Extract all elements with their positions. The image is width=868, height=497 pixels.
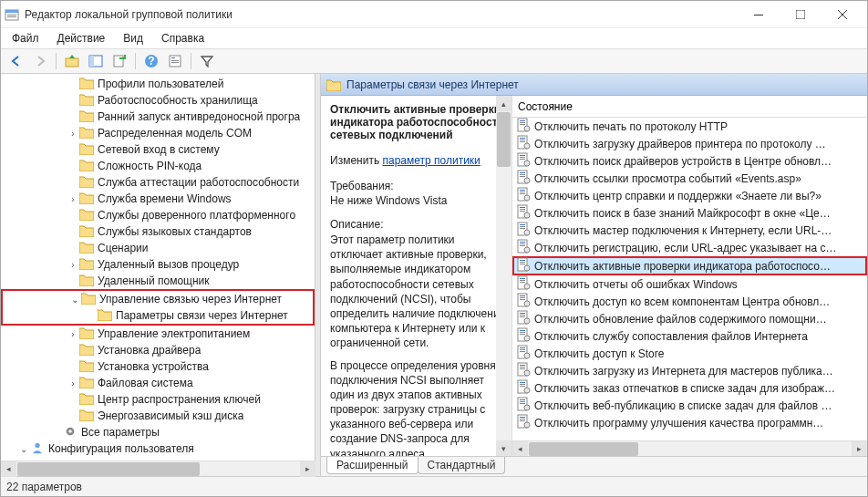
policy-row[interactable]: Отключить доступ ко всем компонентам Цен… <box>512 293 867 310</box>
maximize-button[interactable] <box>780 1 822 28</box>
policy-row[interactable]: Отключить печать по протоколу HTTP <box>512 118 867 135</box>
tree-item[interactable]: Службы доверенного платформенного <box>1 207 315 223</box>
filter-button[interactable] <box>197 51 217 71</box>
tree-item-label: Сценарии <box>98 242 148 254</box>
policy-row[interactable]: Отключить ссылки просмотра событий «Even… <box>512 170 867 187</box>
tree-item-label: Работоспособность хранилища <box>98 94 258 107</box>
tree-item-label: Служба времени Windows <box>98 192 232 205</box>
policy-row[interactable]: Отключить отчеты об ошибках Windows <box>512 275 867 293</box>
show-hide-tree-button[interactable] <box>86 51 106 71</box>
hscroll-thumb[interactable] <box>529 442 638 456</box>
scroll-up-button[interactable]: ▴ <box>496 96 512 111</box>
tree-hscrollbar[interactable]: ◂ ▸ <box>1 461 315 476</box>
tree-item[interactable]: Службы языковых стандартов <box>1 223 315 240</box>
tree-item-label: Файловая система <box>98 377 193 389</box>
policy-row[interactable]: Отключить мастер подключения к Интернету… <box>512 222 867 239</box>
svg-rect-11 <box>114 56 123 67</box>
collapse-icon[interactable]: ⌄ <box>68 293 81 305</box>
tree-item[interactable]: Все параметры <box>1 424 315 440</box>
policy-row[interactable]: Отключить поиск драйверов устройств в Це… <box>512 152 867 170</box>
forward-button[interactable] <box>30 51 50 71</box>
policy-label: Отключить отчеты об ошибках Windows <box>534 278 738 291</box>
policy-row[interactable]: Отключить заказ отпечатков в списке зада… <box>512 379 867 397</box>
policy-row[interactable]: Отключить доступ к Store <box>512 345 867 362</box>
policy-row[interactable]: Отключить центр справки и поддержки «Зна… <box>512 187 867 204</box>
tree-hscroll-thumb[interactable] <box>17 462 200 476</box>
tree-item[interactable]: Ранний запуск антивредоносной програ <box>1 109 315 125</box>
policy-row[interactable]: Отключить веб-публикацию в списке задач … <box>512 397 867 414</box>
tree-item[interactable]: ⌄Конфигурация пользователя <box>1 440 315 457</box>
menu-view[interactable]: Вид <box>116 30 150 47</box>
column-header-state[interactable]: Состояние <box>512 96 867 118</box>
edit-policy-link[interactable]: параметр политики <box>382 154 480 167</box>
description-body: Этот параметр политики отключает активны… <box>330 233 506 456</box>
tree-item[interactable]: Установка устройства <box>1 358 315 375</box>
expand-icon[interactable]: › <box>67 127 79 140</box>
menubar: Файл Действие Вид Справка <box>1 28 867 48</box>
policy-row[interactable]: Отключить обновление файлов содержимого … <box>512 310 867 327</box>
svg-point-85 <box>524 336 530 341</box>
list-hscrollbar[interactable]: ◂ ▸ <box>512 440 867 456</box>
tree-item[interactable]: Работоспособность хранилища <box>1 92 315 109</box>
tree-item[interactable]: Установка драйвера <box>1 342 315 358</box>
close-button[interactable] <box>822 1 863 28</box>
tree-item[interactable]: Сценарии <box>1 240 315 256</box>
policy-icon <box>516 222 534 239</box>
scroll-left-button[interactable]: ◂ <box>512 441 528 457</box>
tree-item[interactable]: Профили пользователей <box>1 76 315 92</box>
tree-item[interactable]: Служба аттестации работоспособности <box>1 174 315 191</box>
policy-row[interactable]: Отключить активные проверки индикатора р… <box>512 256 867 275</box>
tree-item[interactable]: Параметры связи через Интернет <box>3 307 313 324</box>
menu-action[interactable]: Действие <box>50 30 113 47</box>
folder-up-icon <box>65 54 79 68</box>
tree-item[interactable]: ›Служба времени Windows <box>1 191 315 207</box>
up-button[interactable] <box>62 51 82 71</box>
scroll-down-button[interactable]: ▾ <box>496 440 512 456</box>
tree-item[interactable]: Сложность PIN-кода <box>1 158 315 174</box>
tab-extended[interactable]: Расширенный <box>326 457 418 474</box>
folder-icon <box>79 274 98 289</box>
expand-icon[interactable]: › <box>67 327 79 340</box>
tab-standard[interactable]: Стандартный <box>418 457 506 474</box>
tree-item[interactable]: ›Распределенная модель COM <box>1 125 315 141</box>
expand-icon[interactable]: › <box>67 192 79 205</box>
export-button[interactable] <box>109 51 129 71</box>
collapse-icon[interactable]: ⌄ <box>17 442 30 455</box>
description-scrollbar[interactable]: ▴ ▾ <box>496 96 512 456</box>
policy-row[interactable]: Отключить загрузку драйверов принтера по… <box>512 135 867 152</box>
policy-list[interactable]: Отключить печать по протоколу HTTPОтключ… <box>512 118 867 440</box>
tree-pane[interactable]: Профили пользователейРаботоспособность х… <box>1 74 315 476</box>
tree-scroll-right[interactable]: ▸ <box>300 461 315 477</box>
help-button[interactable]: ? <box>141 51 161 71</box>
properties-button[interactable] <box>165 51 185 71</box>
scroll-thumb[interactable] <box>497 112 511 167</box>
tree-item-label: Управление электропитанием <box>98 327 250 340</box>
tree-item[interactable]: Центр распространения ключей <box>1 391 315 408</box>
policy-row[interactable]: Отключить поиск в базе знаний Майкрософт… <box>512 204 867 222</box>
folder-icon <box>79 109 98 125</box>
tree-item[interactable]: Удаленный помощник <box>1 273 315 289</box>
tree-scroll-left[interactable]: ◂ <box>1 461 16 477</box>
policy-label: Отключить загрузку из Интернета для маст… <box>534 365 833 378</box>
policy-row[interactable]: Отключить программу улучшения качества п… <box>512 414 867 431</box>
expand-icon[interactable]: › <box>67 258 79 271</box>
policy-row[interactable]: Отключить службу сопоставления файлов Ин… <box>512 327 867 345</box>
policy-row[interactable]: Отключить регистрацию, если URL-адрес ук… <box>512 239 867 256</box>
menu-file[interactable]: Файл <box>5 30 46 47</box>
tree-item[interactable]: Энергозависимый кэш диска <box>1 408 315 424</box>
tree-item[interactable]: ›Удаленный вызов процедур <box>1 256 315 273</box>
svg-rect-33 <box>520 157 525 158</box>
tree-item[interactable]: Сетевой вход в систему <box>1 141 315 158</box>
policy-row[interactable]: Отключить загрузку из Интернета для маст… <box>512 362 867 379</box>
svg-rect-27 <box>520 138 525 139</box>
tree-item[interactable]: ⌄Управление связью через Интернет <box>3 291 313 307</box>
expand-icon[interactable]: › <box>67 377 79 389</box>
minimize-button[interactable] <box>738 1 780 28</box>
tree-item[interactable]: ›Управление электропитанием <box>1 326 315 342</box>
tree-item[interactable]: ›Файловая система <box>1 375 315 391</box>
back-button[interactable] <box>6 51 26 71</box>
scroll-right-button[interactable]: ▸ <box>852 441 867 457</box>
svg-rect-64 <box>520 264 525 264</box>
policy-icon <box>516 118 534 135</box>
menu-help[interactable]: Справка <box>154 30 212 47</box>
